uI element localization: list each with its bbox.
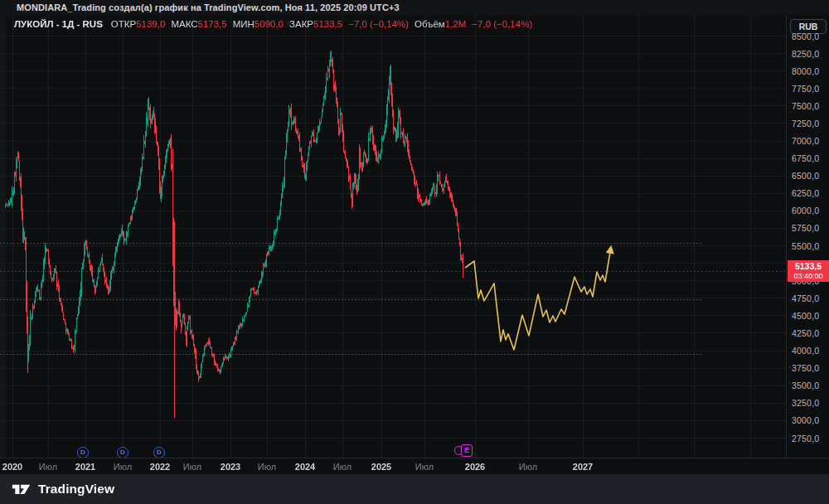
time-label-month: Июл bbox=[183, 462, 201, 472]
time-label-month: Июл bbox=[114, 462, 132, 472]
price-tick-label: 3000,0 bbox=[792, 415, 829, 425]
legend-field: −7,0 (−0,14%) bbox=[348, 19, 409, 29]
earnings-badge-icon: E bbox=[461, 444, 473, 457]
price-tick-label: 8500,0 bbox=[792, 32, 829, 41]
price-tick-label: 7500,0 bbox=[792, 101, 829, 111]
dividend-marker-icon[interactable]: D bbox=[117, 447, 128, 458]
earnings-marker-icon[interactable]: E bbox=[454, 444, 474, 458]
price-tick-label: 6250,0 bbox=[792, 188, 829, 198]
last-price-badge: 5133,5 03:40:00 bbox=[788, 260, 829, 282]
time-axis[interactable]: 2020Июл2021Июл2022Июл2023Июл2024Июл2025И… bbox=[0, 458, 829, 474]
legend-field: МИН5090,0 bbox=[233, 19, 284, 29]
dividend-marker-icon[interactable]: D bbox=[77, 447, 89, 458]
time-label-year: 2022 bbox=[150, 462, 170, 472]
ohlc-values: ОТКР5139,0МАКС5173,5МИН5090,0ЗАКР5133,5−… bbox=[111, 19, 538, 29]
price-tick-label: 2750,0 bbox=[792, 434, 829, 443]
symbol-title[interactable]: ЛУКОЙЛ - 1Д - RUS bbox=[14, 19, 103, 29]
time-label-year: 2026 bbox=[465, 462, 485, 472]
time-label-year: 2025 bbox=[371, 462, 391, 472]
time-label-year: 2021 bbox=[75, 462, 95, 472]
time-label-year: 2023 bbox=[221, 462, 240, 472]
tradingview-logo-icon[interactable] bbox=[12, 481, 32, 497]
dividend-marker-icon[interactable]: D bbox=[153, 447, 165, 458]
legend-field: ОТКР5139,0 bbox=[111, 19, 166, 29]
time-label-year: 2027 bbox=[573, 462, 593, 472]
legend-field: МАКС5173,5 bbox=[171, 19, 226, 29]
price-tick-label: 6500,0 bbox=[792, 171, 829, 181]
legend-field: ЗАКР5133,5 bbox=[289, 19, 342, 29]
price-tick-label: 7000,0 bbox=[792, 136, 829, 146]
price-tick-label: 6750,0 bbox=[792, 153, 829, 163]
legend-field: −7,0 (−0,14%) bbox=[472, 19, 532, 29]
price-tick-label: 8000,0 bbox=[792, 66, 829, 76]
time-label-month: Июл bbox=[39, 462, 57, 472]
price-tick-label: 3750,0 bbox=[792, 363, 829, 373]
attribution-bar: MONDIARA_Trading создал(а) график на Tra… bbox=[0, 0, 829, 15]
time-label-month: Июл bbox=[519, 462, 537, 472]
legend-field: Объём1,2M bbox=[414, 19, 466, 29]
price-tick-label: 6000,0 bbox=[792, 206, 829, 216]
tradingview-brand-link[interactable]: TradingView bbox=[38, 482, 114, 497]
price-axis[interactable]: RUB 8500,08250,08000,07750,07500,07250,0… bbox=[786, 15, 829, 458]
last-price-value: 5133,5 bbox=[788, 261, 829, 272]
price-tick-label: 7250,0 bbox=[792, 119, 829, 128]
time-label-year: 2024 bbox=[295, 462, 315, 472]
footer-bar: TradingView bbox=[0, 474, 829, 504]
time-label-year: 2020 bbox=[2, 462, 22, 472]
price-tick-label: 5750,0 bbox=[792, 223, 829, 233]
bar-countdown: 03:40:00 bbox=[788, 272, 829, 280]
time-label-month: Июл bbox=[258, 462, 276, 472]
candlestick-chart-pane[interactable] bbox=[0, 0, 829, 504]
price-tick-label: 7750,0 bbox=[792, 84, 829, 94]
price-tick-label: 3250,0 bbox=[792, 398, 829, 408]
price-tick-label: 5500,0 bbox=[792, 241, 829, 251]
price-tick-label: 3500,0 bbox=[792, 380, 829, 390]
time-label-month: Июл bbox=[333, 462, 351, 472]
price-tick-label: 4250,0 bbox=[792, 328, 829, 338]
symbol-legend: ЛУКОЙЛ - 1Д - RUSОТКР5139,0МАКС5173,5МИН… bbox=[14, 19, 538, 29]
price-tick-label: 4500,0 bbox=[792, 311, 829, 321]
price-tick-label: 4000,0 bbox=[792, 346, 829, 356]
tradingview-chart-app: MONDIARA_Trading создал(а) график на Tra… bbox=[0, 0, 829, 504]
time-label-month: Июл bbox=[415, 462, 434, 472]
price-tick-label: 8250,0 bbox=[792, 49, 829, 59]
attribution-text: MONDIARA_Trading создал(а) график на Tra… bbox=[17, 2, 400, 12]
price-tick-label: 4750,0 bbox=[792, 293, 829, 303]
